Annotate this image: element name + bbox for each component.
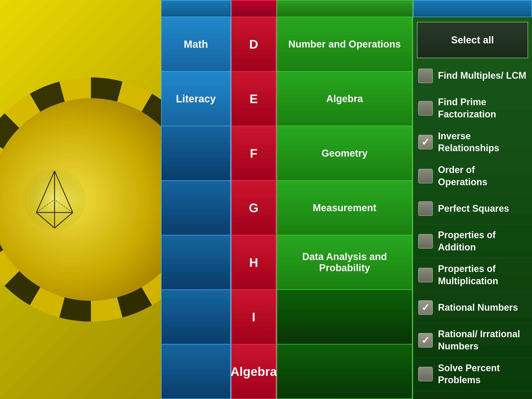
topic-label-0: Number and Operations (286, 39, 403, 50)
subject-cell-4 (161, 235, 231, 290)
skill-checkbox-1[interactable] (418, 101, 433, 116)
topic-cell-5 (277, 290, 413, 344)
level-cell-5[interactable]: I (231, 290, 276, 344)
subject-cell-1[interactable]: Literacy (161, 72, 231, 126)
content-area: MathLiteracy DEFGHIAlgebra Number and Op… (161, 17, 532, 399)
skill-label-7: Rational Numbers (438, 302, 518, 314)
check-mark-8: ✓ (421, 335, 430, 345)
level-label-4: H (249, 255, 258, 270)
skill-checkbox-5[interactable] (418, 234, 433, 249)
geo-shape (16, 161, 94, 238)
skill-checkbox-6[interactable] (418, 268, 433, 282)
skill-label-1: Find Prime Factorization (438, 96, 527, 121)
topic-cell-4[interactable]: Data Analysis and Probability (277, 235, 413, 290)
skill-row-2[interactable]: ✓Inverse Relationships (413, 125, 532, 159)
skill-row-3[interactable]: Order of Operations (413, 159, 532, 193)
topic-cell-0[interactable]: Number and Operations (277, 17, 413, 72)
skill-checkbox-0[interactable] (418, 69, 433, 83)
topic-label-3: Measurement (310, 202, 379, 214)
skill-row-0[interactable]: Find Multiples/ LCM (413, 60, 532, 91)
skill-row-6[interactable]: Properties of Multiplication (413, 258, 532, 292)
header-level-cell (231, 0, 277, 17)
left-panel (0, 0, 161, 399)
level-label-6: Algebra (230, 364, 277, 379)
level-label-3: G (249, 201, 258, 215)
skill-label-9: Solve Percent Problems (438, 362, 527, 387)
level-column: DEFGHIAlgebra (231, 17, 277, 399)
skill-checkbox-7[interactable]: ✓ (418, 300, 433, 315)
skill-label-0: Find Multiples/ LCM (438, 70, 526, 82)
level-cell-1[interactable]: E (231, 72, 276, 126)
level-label-2: F (250, 146, 257, 161)
level-label-0: D (249, 37, 258, 51)
skill-row-4[interactable]: Perfect Squares (413, 193, 532, 224)
subject-column: MathLiteracy (161, 17, 231, 399)
skill-row-1[interactable]: Find Prime Factorization (413, 91, 532, 125)
skill-checkbox-3[interactable] (418, 169, 433, 183)
topic-cell-3[interactable]: Measurement (277, 181, 413, 235)
skill-checkbox-8[interactable]: ✓ (418, 333, 433, 348)
skill-row-7[interactable]: ✓Rational Numbers (413, 292, 532, 323)
skill-label-5: Properties of Addition (438, 229, 527, 254)
level-cell-4[interactable]: H (231, 235, 276, 290)
skill-checkbox-4[interactable] (418, 201, 433, 216)
level-cell-3[interactable]: G (231, 181, 276, 235)
subject-cell-5 (161, 290, 231, 344)
skill-checkbox-2[interactable]: ✓ (418, 135, 433, 149)
skill-label-2: Inverse Relationships (438, 130, 527, 155)
topic-cell-1[interactable]: Algebra (277, 72, 413, 126)
subject-cell-6 (161, 344, 231, 399)
level-label-1: E (249, 92, 258, 106)
select-all-row[interactable]: Select all (417, 22, 528, 58)
topic-column: Number and OperationsAlgebraGeometryMeas… (277, 17, 413, 399)
check-mark-7: ✓ (421, 303, 430, 312)
header-skills-cell (413, 0, 532, 17)
header-topic-cell (277, 0, 413, 17)
skill-label-3: Order of Operations (438, 164, 527, 188)
skill-checkbox-9[interactable] (418, 367, 433, 381)
subject-cell-0[interactable]: Math (161, 17, 231, 72)
subject-label-1: Literacy (176, 93, 216, 105)
level-cell-6[interactable]: Algebra (231, 344, 276, 399)
skills-column: Select allFind Multiples/ LCMFind Prime … (413, 17, 532, 399)
level-cell-0[interactable]: D (231, 17, 276, 72)
topic-label-1: Algebra (324, 93, 365, 104)
app-root: MathLiteracy DEFGHIAlgebra Number and Op… (0, 0, 532, 399)
check-mark-2: ✓ (421, 137, 430, 147)
topic-cell-2[interactable]: Geometry (277, 126, 413, 181)
skill-label-8: Rational/ Irrational Numbers (438, 328, 527, 353)
topic-label-4: Data Analysis and Probability (277, 251, 412, 274)
select-all-label: Select all (451, 35, 494, 46)
skill-row-5[interactable]: Properties of Addition (413, 224, 532, 258)
skill-label-4: Perfect Squares (438, 203, 509, 215)
header-subject-cell (161, 0, 231, 17)
level-cell-2[interactable]: F (231, 126, 276, 181)
subject-label-0: Math (184, 38, 208, 50)
skill-label-6: Properties of Multiplication (438, 263, 527, 287)
right-panel: MathLiteracy DEFGHIAlgebra Number and Op… (161, 0, 532, 399)
topic-label-2: Geometry (319, 148, 370, 159)
level-label-5: I (252, 310, 255, 324)
topic-cell-6 (277, 344, 413, 399)
subject-cell-3 (161, 181, 231, 235)
skill-row-8[interactable]: ✓Rational/ Irrational Numbers (413, 323, 532, 357)
subject-cell-2 (161, 126, 231, 181)
skill-row-9[interactable]: Solve Percent Problems (413, 357, 532, 391)
header-row (161, 0, 532, 17)
